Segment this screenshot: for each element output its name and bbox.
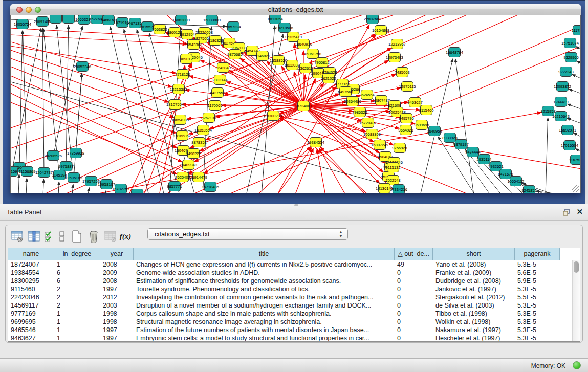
column-header[interactable]: title [134, 248, 395, 260]
graph-node[interactable]: 7986322 [352, 107, 367, 117]
function-builder-icon[interactable]: f(x) [120, 229, 131, 244]
graph-node[interactable]: 8878352 [191, 138, 207, 147]
network-window[interactable]: citations_edges.txt 14055724206914061065… [10, 4, 581, 193]
graph-node[interactable]: 1117514 [572, 26, 581, 35]
citation-network-graph[interactable]: 1405572420691406106532871527602646616110… [11, 15, 581, 193]
new-document-icon[interactable] [69, 229, 84, 244]
graph-node[interactable]: 14055724 [14, 19, 31, 29]
graph-node[interactable]: 16961758 [304, 49, 321, 59]
graph-node[interactable]: 6379197 [453, 140, 469, 149]
close-panel-icon[interactable]: ✕ [576, 207, 583, 216]
graph-node[interactable]: 1621022 [321, 74, 336, 83]
table-column-icon[interactable] [27, 229, 42, 244]
graph-node[interactable]: 15692971 [559, 125, 576, 135]
graph-node[interactable]: 9329966 [563, 53, 579, 62]
graph-node[interactable]: 12093872 [554, 82, 571, 92]
graph-node[interactable]: 18107554 [166, 100, 184, 110]
graph-node[interactable]: 1244419 [553, 97, 569, 107]
float-panel-icon[interactable] [562, 208, 571, 216]
graph-node[interactable]: 6497568 [338, 87, 353, 97]
graph-node[interactable]: 17359928 [67, 148, 84, 158]
graph-node[interactable] [50, 15, 62, 24]
panel-drag-handle[interactable] [294, 204, 298, 206]
graph-node[interactable]: 10654112 [507, 177, 524, 186]
graph-node[interactable]: 9654923 [398, 125, 413, 135]
graph-node[interactable]: 17957253 [82, 177, 100, 186]
column-header[interactable]: year [100, 248, 134, 260]
table-vertical-scrollbar[interactable] [572, 260, 580, 341]
graph-node[interactable]: 8427552 [210, 88, 225, 98]
window-titlebar[interactable]: citations_edges.txt [10, 4, 581, 15]
graph-node[interactable]: 7663822 [152, 25, 167, 34]
graph-node[interactable]: 9975887 [58, 162, 74, 171]
table-select-dropdown[interactable]: citations_edges.txt ▲▼ [147, 228, 348, 240]
table-row[interactable]: 2242004622012Investigating the contribut… [8, 293, 572, 301]
graph-node[interactable]: 8912954 [180, 30, 195, 39]
graph-node[interactable]: 1640954 [427, 126, 442, 136]
graph-node[interactable]: 2718126 [175, 70, 190, 79]
graph-node[interactable]: 9146821 [255, 51, 270, 61]
network-view-canvas[interactable]: 1405572420691406106532871527602646616110… [10, 15, 581, 193]
graph-node[interactable]: 8186328 [208, 36, 223, 46]
graph-node[interactable]: 12213967 [388, 39, 406, 49]
column-header[interactable]: in_degree [54, 248, 100, 260]
graph-node[interactable]: 11156869 [19, 167, 36, 177]
table-row[interactable]: 1830029562008Estimation of significance … [8, 277, 572, 285]
column-header[interactable]: △ out_de... [395, 248, 433, 260]
checklist-icon[interactable] [43, 229, 55, 244]
graph-node[interactable]: 9242848 [215, 63, 231, 73]
graph-node[interactable]: 9857771 [167, 182, 182, 191]
window-resize-grip[interactable] [572, 185, 579, 192]
graph-node[interactable]: 9115132 [386, 163, 401, 172]
trash-icon[interactable] [86, 229, 101, 244]
graph-node[interactable]: 12213383 [170, 84, 187, 94]
graph-node[interactable]: 9756928 [392, 143, 407, 153]
column-header[interactable]: short [433, 248, 515, 260]
column-header[interactable]: name [8, 248, 54, 260]
graph-node[interactable]: 16083809 [172, 15, 190, 25]
graph-node[interactable]: 7625402 [175, 172, 190, 182]
graph-node[interactable]: 12042737 [35, 168, 53, 178]
rows-icon[interactable] [56, 229, 68, 244]
graph-node[interactable]: 20053346 [74, 62, 91, 72]
table-row[interactable]: 977716911998Corpus callosum shape and si… [8, 310, 572, 318]
column-header[interactable]: pagerank [515, 248, 560, 260]
graph-node[interactable]: 16353554 [194, 125, 212, 135]
graph-node[interactable]: 9495796 [399, 114, 414, 123]
table-row[interactable]: 946554611997Estimation of the future num… [8, 326, 572, 334]
graph-node[interactable]: 9227343 [558, 67, 574, 77]
graph-node[interactable]: 9498222 [186, 149, 201, 159]
graph-node[interactable]: 16033809 [203, 15, 221, 25]
table-settings-icon[interactable] [10, 229, 25, 244]
graph-node[interactable] [63, 15, 75, 24]
table-row[interactable]: 946362711997Embryonic stem cells: a mode… [8, 334, 572, 341]
graph-node[interactable]: 9474444 [465, 147, 481, 157]
graph-node[interactable]: 9875685 [227, 50, 243, 59]
graph-node[interactable]: 989012 [180, 54, 192, 64]
graph-node[interactable]: 9115460 [419, 105, 434, 115]
graph-node[interactable]: 12975115 [399, 82, 416, 92]
table-row[interactable]: 1938455462009Genome-wide association stu… [8, 269, 572, 277]
graph-node[interactable]: 7955812 [314, 58, 330, 68]
graph-node[interactable]: 1170065 [208, 101, 223, 111]
graph-node[interactable]: 19384554 [307, 138, 324, 147]
table-row[interactable]: 1456911722003Disruption of a novel membe… [8, 301, 572, 310]
graph-node[interactable]: 2935114 [477, 155, 492, 164]
graph-node[interactable]: 9463627 [407, 98, 423, 107]
graph-node[interactable]: 9245852 [521, 186, 537, 193]
graph-node[interactable]: 16648784 [446, 48, 463, 57]
graph-node[interactable]: 2803144 [212, 75, 228, 85]
graph-node[interactable]: 7857224 [226, 22, 241, 32]
graph-node[interactable]: 20206526 [45, 151, 62, 161]
graph-node[interactable]: 20691406 [34, 17, 51, 27]
table-panel-header[interactable]: Table Panel ✕ [0, 204, 588, 221]
graph-node[interactable]: 22887682 [364, 15, 381, 24]
graph-node[interactable]: 16914479 [190, 172, 207, 182]
graph-node[interactable]: 39159 [11, 167, 18, 177]
graph-node[interactable]: 15718485 [202, 182, 219, 192]
table-row[interactable]: 1872400712008Changes of HCN gene express… [8, 260, 572, 269]
graph-node[interactable]: 12505185 [65, 173, 82, 183]
graph-node[interactable]: 1167531 [569, 155, 581, 165]
graph-node[interactable]: 8267130 [201, 113, 216, 123]
table-row[interactable]: 911546021997Tourette syndrome. Phenomeno… [8, 285, 572, 293]
